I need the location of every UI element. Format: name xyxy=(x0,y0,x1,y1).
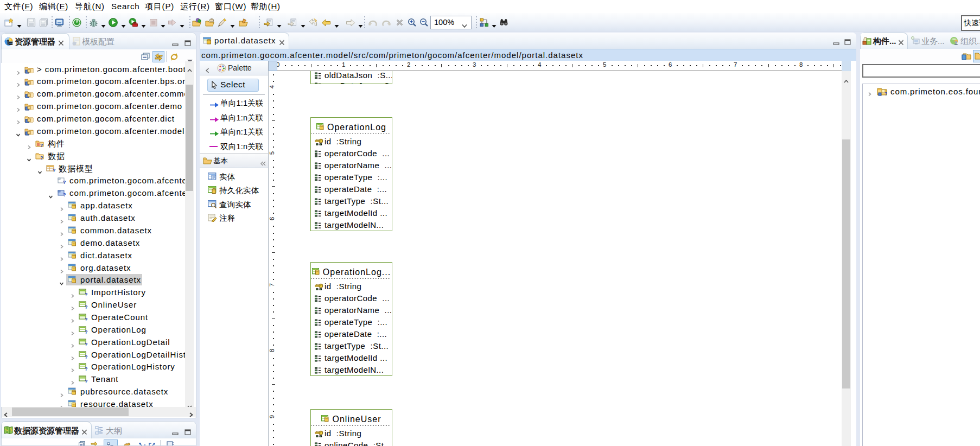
svg-text:?: ? xyxy=(85,304,88,309)
svg-text:?: ? xyxy=(884,91,887,96)
svg-text:?: ? xyxy=(63,180,66,185)
svg-text:?: ? xyxy=(85,342,88,347)
svg-text:?: ? xyxy=(85,329,88,334)
svg-text:?: ? xyxy=(53,168,56,173)
svg-text:?: ? xyxy=(63,192,66,197)
svg-text:?: ? xyxy=(40,143,43,148)
svg-text:?: ? xyxy=(85,292,88,297)
svg-text:?: ? xyxy=(40,155,43,161)
svg-text:?: ? xyxy=(85,379,88,384)
svg-text:?: ? xyxy=(85,354,88,359)
svg-text:?: ? xyxy=(85,366,88,371)
svg-text:?: ? xyxy=(85,317,88,322)
